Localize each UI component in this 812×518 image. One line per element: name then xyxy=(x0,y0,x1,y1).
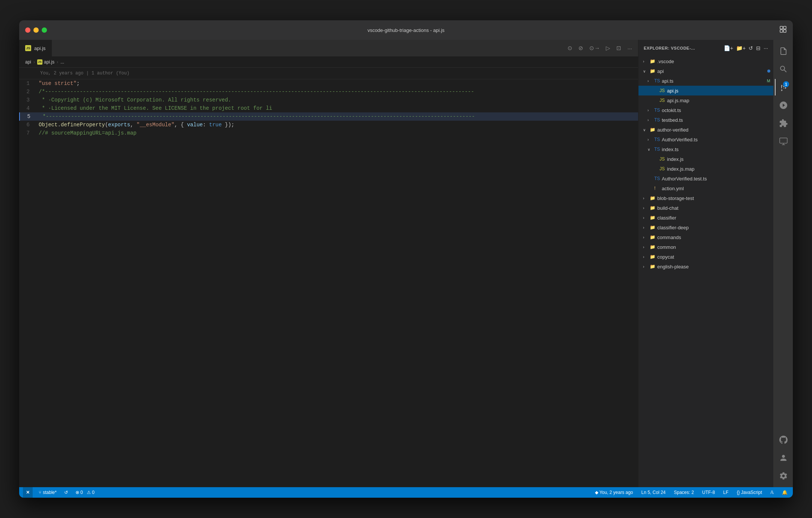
svg-rect-3 xyxy=(783,30,786,32)
badge-dot xyxy=(767,70,770,73)
tree-item-blob-storage[interactable]: › 📁 blob-storage-test xyxy=(638,193,773,203)
status-bar: ✕ ⑂ stable* ↺ ⊗ 0 ⚠ 0 ◆ You, 2 years ago… xyxy=(19,487,793,498)
code-line: 7 //# sourceMappingURL=api.js.map xyxy=(19,129,638,137)
tree-item-commands[interactable]: › 📁 commands xyxy=(638,232,773,242)
next-change-icon[interactable]: ⊙→ xyxy=(589,45,600,51)
breadcrumb-api[interactable]: api xyxy=(25,59,31,65)
tree-item-testbed[interactable]: › TS testbed.ts xyxy=(638,115,773,125)
activity-remote[interactable] xyxy=(775,133,791,150)
refresh-icon[interactable]: ↺ xyxy=(749,45,753,51)
tree-item-classifier[interactable]: › 📁 classifier xyxy=(638,213,773,223)
status-spaces[interactable]: Spaces: 2 xyxy=(672,487,695,498)
breadcrumb-api-js[interactable]: JS api.js xyxy=(37,59,54,65)
branch-icon: ⑂ xyxy=(39,490,41,495)
tree-item-classifier-deep[interactable]: › 📁 classifier-deep xyxy=(638,223,773,232)
tree-item-english-please[interactable]: › 📁 english-please xyxy=(638,262,773,271)
close-button[interactable] xyxy=(25,27,30,33)
tree-item-api[interactable]: ∨ 📁 api xyxy=(638,66,773,76)
code-line: 2 /*------------------------------------… xyxy=(19,88,638,96)
tree-item-common[interactable]: › 📁 common xyxy=(638,242,773,252)
status-eol[interactable]: LF xyxy=(722,487,730,498)
tree-item-index-js[interactable]: JS index.js xyxy=(638,154,773,164)
tree-item-api-js-map[interactable]: JS api.js.map xyxy=(638,95,773,105)
status-right: ◆ You, 2 years ago Ln 5, Col 24 Spaces: … xyxy=(593,487,789,498)
breadcrumb-ellipsis[interactable]: ... xyxy=(60,59,64,65)
activity-source-control[interactable] xyxy=(775,79,791,95)
more-actions-icon[interactable]: ··· xyxy=(627,45,632,51)
git-blame: You, 2 years ago | 1 author (You) xyxy=(19,68,638,79)
activity-extensions[interactable] xyxy=(775,115,791,132)
split-editor-icon[interactable]: ⊡ xyxy=(616,45,621,51)
more-icon[interactable]: ··· xyxy=(764,45,768,51)
tab-actions: ⊙ ⊘ ⊙→ ▷ ⊡ ··· xyxy=(561,40,638,56)
status-notifications[interactable]: 🔔 xyxy=(780,487,789,498)
status-remote[interactable]: ✕ xyxy=(23,487,33,498)
branch-name: stable* xyxy=(43,490,57,495)
status-left: ✕ ⑂ stable* ↺ ⊗ 0 ⚠ 0 xyxy=(23,487,96,498)
collapse-all-icon[interactable]: ⊟ xyxy=(756,45,761,51)
tree-item-api-js[interactable]: JS api.js xyxy=(638,86,773,95)
tab-bar: JS api.js ⊙ ⊘ ⊙→ ▷ ⊡ ··· xyxy=(19,40,638,56)
status-blame[interactable]: ◆ You, 2 years ago xyxy=(593,487,635,498)
tree-item-api-ts[interactable]: › TS api.ts M xyxy=(638,76,773,86)
sidebar-title: EXPLORER: VSCODE-... xyxy=(644,46,695,50)
tree-item-build-chat[interactable]: › 📁 build-chat xyxy=(638,203,773,213)
code-editor[interactable]: You, 2 years ago | 1 author (You) 1 "use… xyxy=(19,68,638,487)
status-language[interactable]: {} JavaScript xyxy=(735,487,764,498)
vscode-window: vscode-github-triage-actions - api.js JS… xyxy=(19,20,793,498)
code-line-active: 5 *-------------------------------------… xyxy=(19,112,638,121)
layout-icon[interactable] xyxy=(779,26,787,35)
new-folder-icon[interactable]: 📁+ xyxy=(736,45,746,51)
activity-bar xyxy=(773,40,793,487)
activity-settings[interactable] xyxy=(775,468,791,484)
window-title: vscode-github-triage-actions - api.js xyxy=(367,27,444,33)
status-accessibility[interactable]: 𝔸 xyxy=(769,487,775,498)
tree-item-authorverified-test[interactable]: TS AuthorVerified.test.ts xyxy=(638,174,773,183)
js-icon-small: JS xyxy=(37,59,42,65)
tree-item-index-ts[interactable]: ∨ TS index.ts xyxy=(638,144,773,154)
sidebar-header: EXPLORER: VSCODE-... 📄+ 📁+ ↺ ⊟ ··· xyxy=(638,40,773,56)
activity-run[interactable] xyxy=(775,97,791,114)
previous-change-icon[interactable]: ⊘ xyxy=(578,45,583,51)
status-sync[interactable]: ↺ xyxy=(63,487,69,498)
inline-chat-icon[interactable]: ⊙ xyxy=(567,45,572,51)
activity-github[interactable] xyxy=(775,432,791,448)
tab-api-js[interactable]: JS api.js xyxy=(19,40,52,56)
status-cursor[interactable]: Ln 5, Col 24 xyxy=(640,487,667,498)
tree-item-author-verified[interactable]: ∨ 📁 author-verified xyxy=(638,125,773,135)
code-lines: 1 "use strict"; 2 /*--------------------… xyxy=(19,79,638,137)
breadcrumb: api › JS api.js › ... xyxy=(19,56,638,68)
js-file-icon: JS xyxy=(25,45,31,51)
titlebar: vscode-github-triage-actions - api.js xyxy=(19,20,793,40)
code-line: 6 Object.defineProperty(exports, "__esMo… xyxy=(19,121,638,129)
code-line: 4 * ·Licensed under the MIT License. See… xyxy=(19,104,638,112)
tree-item-index-js-map[interactable]: JS index.js.map xyxy=(638,164,773,174)
code-line: 1 "use strict"; xyxy=(19,79,638,88)
new-file-icon[interactable]: 📄+ xyxy=(724,45,733,51)
tree-item-authorverified-ts[interactable]: › TS AuthorVerified.ts xyxy=(638,135,773,144)
status-encoding[interactable]: UTF-8 xyxy=(701,487,717,498)
activity-search[interactable] xyxy=(775,61,791,77)
sidebar: EXPLORER: VSCODE-... 📄+ 📁+ ↺ ⊟ ··· › 📁 .… xyxy=(638,40,773,487)
tree-item-vscode[interactable]: › 📁 .vscode xyxy=(638,56,773,66)
svg-rect-1 xyxy=(783,26,786,29)
tree-item-octokit[interactable]: › TS octokit.ts xyxy=(638,105,773,115)
main-content: JS api.js ⊙ ⊘ ⊙→ ▷ ⊡ ··· api › JS ap xyxy=(19,40,793,487)
svg-rect-2 xyxy=(780,30,783,32)
tab-label: api.js xyxy=(34,45,45,51)
svg-rect-4 xyxy=(780,138,787,143)
editor-area: JS api.js ⊙ ⊘ ⊙→ ▷ ⊡ ··· api › JS ap xyxy=(19,40,638,487)
activity-explorer[interactable] xyxy=(775,43,791,59)
file-tree: › 📁 .vscode ∨ 📁 api › TS api.ts M xyxy=(638,56,773,487)
status-branch[interactable]: ⑂ stable* xyxy=(37,487,58,498)
activity-account[interactable] xyxy=(775,450,791,466)
tree-item-action-yml[interactable]: ! action.yml xyxy=(638,183,773,193)
maximize-button[interactable] xyxy=(42,27,47,33)
status-errors[interactable]: ⊗ 0 ⚠ 0 xyxy=(74,487,96,498)
sidebar-actions: 📄+ 📁+ ↺ ⊟ ··· xyxy=(724,45,768,51)
svg-rect-0 xyxy=(780,26,783,29)
tree-item-copycat[interactable]: › 📁 copycat xyxy=(638,252,773,262)
minimize-button[interactable] xyxy=(33,27,39,33)
code-line: 3 * ·Copyright (c) Microsoft Corporation… xyxy=(19,96,638,104)
run-icon[interactable]: ▷ xyxy=(606,45,610,51)
